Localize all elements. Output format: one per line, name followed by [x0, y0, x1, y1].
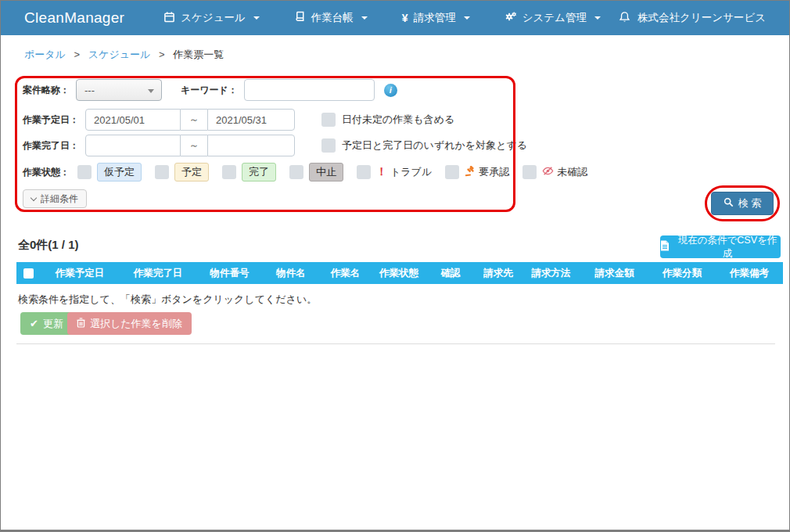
info-icon[interactable]: i — [384, 84, 397, 97]
chevron-down-icon — [464, 16, 470, 20]
account-menu[interactable]: 株式会社クリーンサービス — [619, 11, 766, 26]
completed-to-input[interactable] — [207, 135, 295, 156]
status-item-trouble: ！ トラブル — [357, 165, 432, 179]
app-window: CleanManager スケジュール 作業台帳 ¥ 請求管理 — [0, 0, 790, 532]
update-button-label: 更新 — [43, 317, 63, 331]
status-cancelled-checkbox[interactable] — [289, 165, 303, 179]
either-date-label: 予定日と完了日のいずれかを対象とする — [342, 138, 527, 153]
range-tilde: ～ — [181, 135, 207, 156]
search-button-label: 検 索 — [738, 196, 762, 210]
breadcrumb-portal[interactable]: ポータル — [24, 49, 66, 60]
status-label: 作業状態： — [23, 166, 70, 179]
search-row-scheduled-date: 作業予定日： ～ 日付未定の作業も含める — [23, 109, 454, 131]
book-icon — [294, 11, 306, 25]
menu-schedule-label: スケジュール — [181, 11, 246, 25]
brand-logo[interactable]: CleanManager — [24, 9, 124, 27]
csv-export-label: 現在の条件でCSVを作成 — [674, 234, 781, 261]
detail-conditions-label: 詳細条件 — [41, 192, 78, 206]
status-needs-approval-checkbox[interactable] — [445, 165, 459, 179]
empty-results-message: 検索条件を指定して、「検索」ボタンをクリックしてください。 — [18, 293, 317, 307]
chevron-down-icon — [361, 16, 368, 20]
col-property-name: 物件名 — [263, 262, 319, 284]
menu-work-ledger-label: 作業台帳 — [311, 11, 354, 25]
scheduled-date-range: ～ — [85, 109, 295, 131]
section-divider — [16, 343, 775, 344]
main-menu: スケジュール 作業台帳 ¥ 請求管理 — [163, 11, 601, 25]
search-row-completed-date: 作業完了日： ～ 予定日と完了日のいずれかを対象とする — [23, 135, 527, 156]
menu-system[interactable]: システム管理 — [505, 11, 601, 25]
completed-date-range: ～ — [85, 135, 295, 156]
col-billing-amount: 請求金額 — [580, 262, 648, 284]
status-badge-planned: 予定 — [174, 163, 209, 182]
status-badge-done: 完了 — [242, 163, 276, 182]
breadcrumb-separator: > — [74, 49, 81, 60]
select-all-checkbox[interactable] — [23, 268, 34, 279]
col-billing-method: 請求方法 — [522, 262, 580, 284]
bell-icon[interactable] — [619, 11, 630, 26]
menu-schedule[interactable]: スケジュール — [163, 11, 260, 25]
scheduled-from-input[interactable] — [85, 109, 181, 131]
status-trouble-checkbox[interactable] — [357, 165, 371, 179]
range-tilde: ～ — [181, 109, 207, 131]
status-badge-tentative: 仮予定 — [97, 163, 142, 182]
update-button[interactable]: ✔ 更新 — [20, 312, 73, 335]
delete-selected-button[interactable]: 選択した作業を削除 — [67, 312, 192, 335]
chevron-down-icon — [148, 89, 154, 93]
project-select-value: --- — [84, 84, 95, 96]
col-work-category: 作業分類 — [648, 262, 716, 284]
project-select[interactable]: --- — [76, 79, 162, 101]
exclamation-icon: ！ — [376, 165, 387, 179]
trash-icon — [77, 318, 85, 330]
status-item-planned: 予定 — [155, 163, 209, 182]
status-badge-cancelled: 中止 — [309, 163, 343, 182]
col-work-status: 作業状態 — [372, 262, 426, 284]
table-header-row: 作業予定日 作業完了日 物件番号 物件名 作業名 作業状態 確認 請求先 請求方… — [16, 262, 783, 284]
status-item-needs-approval: 要承認 — [445, 165, 509, 179]
col-property-number: 物件番号 — [196, 262, 263, 284]
status-unconfirmed-label: 未確認 — [557, 165, 587, 179]
csv-export-button[interactable]: 現在の条件でCSVを作成 — [660, 235, 781, 258]
calendar-icon — [163, 11, 175, 25]
either-date-checkbox[interactable] — [321, 138, 336, 153]
menu-system-label: システム管理 — [522, 11, 587, 25]
completed-date-label: 作業完了日： — [23, 139, 79, 153]
chevron-down-icon — [31, 195, 37, 201]
company-name: 株式会社クリーンサービス — [637, 11, 766, 25]
status-done-checkbox[interactable] — [222, 165, 236, 179]
breadcrumb-schedule[interactable]: スケジュール — [88, 49, 151, 60]
chevron-down-icon — [594, 16, 601, 20]
detail-conditions-button[interactable]: 詳細条件 — [23, 189, 87, 208]
status-item-unconfirmed: 未確認 — [522, 165, 587, 179]
scheduled-to-input[interactable] — [207, 109, 295, 131]
include-undated-checkbox[interactable] — [321, 113, 336, 127]
top-navbar: CleanManager スケジュール 作業台帳 ¥ 請求管理 — [1, 1, 789, 35]
completed-from-input[interactable] — [85, 135, 181, 156]
menu-work-ledger[interactable]: 作業台帳 — [294, 11, 368, 25]
select-all-header — [16, 262, 40, 284]
col-scheduled-date: 作業予定日 — [40, 262, 120, 284]
search-button[interactable]: 検 索 — [711, 192, 774, 215]
results-table: 作業予定日 作業完了日 物件番号 物件名 作業名 作業状態 確認 請求先 請求方… — [16, 262, 783, 284]
eye-slash-icon — [542, 166, 554, 178]
yen-icon: ¥ — [402, 12, 408, 24]
delete-selected-label: 選択した作業を削除 — [90, 317, 182, 331]
keyword-input[interactable] — [244, 79, 375, 101]
status-unconfirmed-checkbox[interactable] — [522, 165, 537, 179]
breadcrumb: ポータル > スケジュール > 作業票一覧 — [1, 35, 789, 62]
status-tentative-checkbox[interactable] — [77, 165, 92, 179]
status-item-tentative: 仮予定 — [77, 163, 142, 182]
status-planned-checkbox[interactable] — [155, 165, 169, 179]
gears-icon — [505, 11, 517, 25]
breadcrumb-separator: > — [159, 49, 165, 60]
menu-billing[interactable]: ¥ 請求管理 — [402, 11, 470, 25]
status-trouble-label: トラブル — [390, 165, 432, 179]
breadcrumb-current: 作業票一覧 — [173, 49, 224, 60]
col-confirm: 確認 — [426, 262, 475, 284]
search-row-status: 作業状態： 仮予定 予定 完了 中止 ！ トラブル — [23, 161, 594, 183]
scheduled-date-label: 作業予定日： — [23, 113, 79, 127]
chevron-down-icon — [253, 16, 260, 20]
menu-billing-label: 請求管理 — [414, 11, 456, 25]
include-undated-label: 日付未定の作業も含める — [342, 113, 454, 127]
gavel-icon — [465, 166, 476, 179]
status-needs-approval-label: 要承認 — [479, 165, 509, 179]
